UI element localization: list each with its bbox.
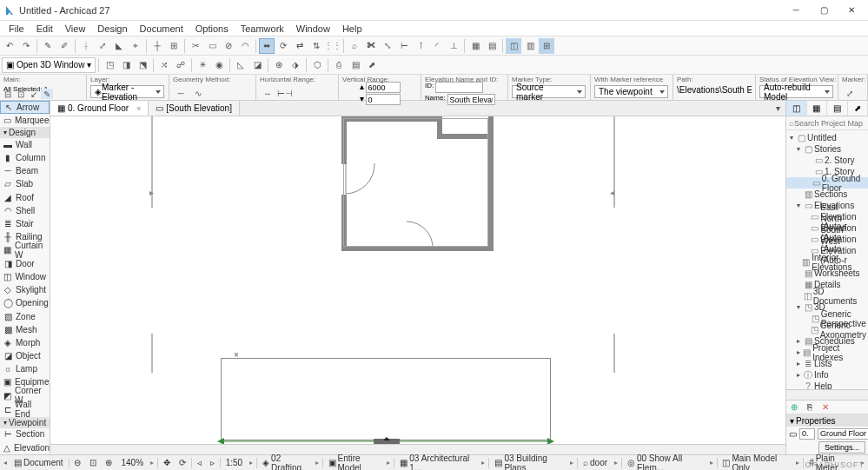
geom-chain-icon[interactable]: ∿ [190,85,206,101]
ruler-icon[interactable]: ⟊ [78,38,94,54]
sb-next[interactable]: ▹ [207,458,218,467]
adjust-icon[interactable]: ⊺ [413,38,428,54]
tool-column[interactable]: ▮Column [0,152,50,165]
props-name-input[interactable] [818,428,868,440]
trim-icon[interactable]: ⊥ [446,38,461,54]
plot-icon[interactable]: ▤ [348,57,363,73]
elevation-line[interactable] [217,437,556,444]
mirror-icon[interactable]: ⇄ [292,38,308,54]
sb-document[interactable]: ▤Document [10,458,67,467]
tool-roof[interactable]: ◢Roof [0,191,50,204]
geom-single-icon[interactable]: ─ [173,85,189,101]
tree-indexes[interactable]: ▸▤Project Indexes [786,347,868,358]
tool-marquee[interactable]: ▭Marquee [0,114,50,127]
sb-plans[interactable]: ▤03 Building Plans [491,453,567,471]
tree-story-0[interactable]: ▭0. Ground Floor [786,177,868,189]
view3d-2-icon[interactable]: ◨ [118,57,134,73]
close-button[interactable]: ✕ [838,2,865,19]
menu-help[interactable]: Help [337,22,368,36]
rect-icon[interactable]: ▭ [204,38,220,54]
open-3d-button[interactable]: ▣ Open 3D Window ▾ [2,57,96,73]
relative-icon[interactable]: ⤢ [95,38,110,54]
nav-search-input[interactable] [794,119,868,128]
sb-drafting[interactable]: ◈02 Drafting [259,453,312,471]
menu-teamwork[interactable]: Teamwork [235,22,289,36]
view-opt3-icon[interactable]: ⊞ [539,38,554,54]
move-icon[interactable]: ⬌ [259,38,275,54]
selset-arrow-icon[interactable]: ↙ [28,89,40,99]
tool-elevation[interactable]: △Elevation [0,441,50,454]
nav-scrollbar-h[interactable] [786,389,868,400]
tool-beam[interactable]: ─Beam [0,165,50,178]
menu-design[interactable]: Design [92,22,132,36]
tab-south-elevation[interactable]: ▭ [South Elevation] [149,101,240,116]
selset-config-icon[interactable]: ✎ [41,89,53,99]
camera-icon[interactable]: ◪ [249,57,265,73]
multiply-icon[interactable]: ⋮⋮ [325,38,341,54]
tool-arrow[interactable]: ↖Arrow [0,101,50,114]
survey-icon[interactable]: ◺ [233,57,248,73]
sb-scale-arrow[interactable]: ▸ [248,459,255,467]
tree-help[interactable]: ?Help [786,381,868,389]
nav-new-icon[interactable]: ⊕ [786,402,802,412]
tool-header-viewpoint[interactable]: Viewpoint [0,417,50,428]
sb-a4[interactable]: ▸ [568,459,575,467]
nav-project-map-icon[interactable]: ◫ [786,101,807,116]
sb-model[interactable]: ▣Entire Model [325,453,384,471]
elevate-icon[interactable]: ⇅ [308,38,324,54]
sb-scale[interactable]: 1:50 [222,458,246,467]
tree-root[interactable]: ▾▢Untitled [786,132,868,143]
suspend-icon[interactable]: ⊘ [221,38,236,54]
sb-zoomout[interactable]: ⊖ [70,458,84,467]
elev-name-input[interactable] [447,94,495,105]
tab-ground-floor[interactable]: ▦ 0. Ground Floor × [50,101,149,116]
nav-publisher-icon[interactable]: ⬈ [848,101,869,116]
tool-lamp[interactable]: ☼Lamp [0,362,50,375]
sb-showall[interactable]: ◎00 Show All Elem... [624,453,706,471]
tool-skylight[interactable]: ◇Skylight [0,284,50,297]
sb-pan[interactable]: ✥ [160,458,174,467]
view-opt2-icon[interactable]: ▥ [522,38,538,54]
inspect-icon[interactable]: ⬗ [288,57,303,73]
tool-morph[interactable]: ◈Morph [0,336,50,349]
tool-wall[interactable]: ▬Wall [0,138,50,151]
fillet-icon[interactable]: ◜ [429,38,445,54]
split-icon[interactable]: ⊢ [396,38,412,54]
sb-a7[interactable]: ▸ [794,459,801,467]
rotate-icon[interactable]: ⟳ [275,38,291,54]
tool-slab[interactable]: ▱Slab [0,178,50,191]
redo-button[interactable]: ↷ [18,38,34,54]
tool-door[interactable]: ◨Door [0,257,50,270]
tree-story-2[interactable]: ▭2. Story [786,155,868,166]
props-settings-button[interactable]: Settings... [818,441,865,453]
marker-dropdown[interactable]: Source marker [512,85,586,98]
elevation-handle-x[interactable]: × [234,350,239,360]
sb-a1[interactable]: ▸ [314,459,321,467]
tool-opening[interactable]: ◯Opening [0,297,50,310]
snap-icon[interactable]: ⌖ [128,38,143,54]
gridpick-icon[interactable]: ⊞ [166,38,182,54]
tool-wallend[interactable]: ⊏Wall End [0,403,50,417]
menu-options[interactable]: Options [190,22,234,36]
print-icon[interactable]: ⎙ [331,57,347,73]
tree-worksheets[interactable]: ▤Worksheets [786,268,868,279]
cut-icon[interactable]: ✂ [188,38,203,54]
sb-a3[interactable]: ▸ [480,459,487,467]
walk-icon[interactable]: ☍ [173,57,189,73]
tool-shell[interactable]: ◠Shell [0,204,50,217]
menu-file[interactable]: File [3,22,30,36]
tree-interior[interactable]: ▥Interior Elevations [786,256,868,268]
marker-flip-icon[interactable]: ⤢ [842,85,858,101]
layer-dropdown[interactable]: ◈ Marker - Elevation [90,85,164,98]
properties-header[interactable]: ▾ Properties [786,414,868,427]
sb-zoomin[interactable]: ⊕ [102,458,116,467]
sb-orbit[interactable]: ⟳ [176,458,189,467]
grid-icon[interactable]: ┼ [149,38,165,54]
nav-layout-icon[interactable]: ▤ [827,101,848,116]
view3d-3-icon[interactable]: ⬔ [135,57,150,73]
view-opt1-icon[interactable]: ◫ [506,38,521,54]
eyedropper-icon[interactable]: ✎ [40,38,56,54]
sb-a6[interactable]: ▸ [708,459,715,467]
markerref-dropdown[interactable]: The viewpoint [594,85,668,98]
evaluate-icon[interactable]: ⊛ [271,57,287,73]
